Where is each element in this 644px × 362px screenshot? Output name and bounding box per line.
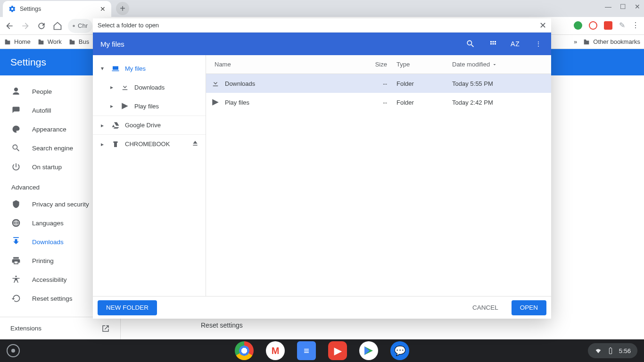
tab-close-icon[interactable]: ✕ [99,5,107,13]
nav-label: Google Drive [125,122,161,129]
chevron-right-icon[interactable]: ▸ [99,122,106,129]
dialog-header: My files AZ ⋮ [93,33,551,55]
shelf-apps: M ≡ ▶ 💬 [235,341,409,360]
list-row-play-files[interactable]: Play files -- Folder Today 2:42 PM [206,93,551,112]
chevron-down-icon[interactable]: ▾ [99,65,106,72]
row-name: Downloads [225,80,347,87]
download-icon [120,83,130,91]
file-list: Name Size Type Date modified Downloads -… [206,55,551,296]
menu-icon[interactable]: ⋮ [632,21,639,30]
clock: 5:56 [619,347,631,354]
open-button[interactable]: OPEN [512,300,546,315]
other-bookmarks[interactable]: Other bookmarks [583,38,640,46]
chrome-app-icon[interactable] [235,341,254,360]
extensions-label: Extensions [10,325,41,332]
play-store-app-icon[interactable] [359,341,378,360]
dialog-breadcrumb[interactable]: My files [100,40,124,48]
docs-app-icon[interactable]: ≡ [297,341,316,360]
file-picker-dialog: Select a folder to open ✕ My files AZ ⋮ … [93,18,551,319]
back-icon[interactable] [4,20,15,32]
other-bookmarks-label: Other bookmarks [593,38,640,45]
nav-downloads[interactable]: ▸ Downloads [93,78,206,97]
column-name[interactable]: Name [206,61,347,68]
chevron-right-icon[interactable]: ▸ [108,84,116,90]
nav-my-files[interactable]: ▾ My files [93,59,206,78]
omnibox[interactable]: Chr [68,19,92,33]
nav-label: My files [125,65,146,72]
more-options-icon[interactable]: ⋮ [533,39,544,49]
new-tab-button[interactable]: + [116,2,129,15]
youtube-app-icon[interactable]: ▶ [328,341,347,360]
home-icon[interactable] [52,20,63,32]
nav-label: Downloads [134,84,165,91]
gmail-app-icon[interactable]: M [266,341,285,360]
window-controls: — ☐ ✕ [605,3,640,10]
row-type: Folder [392,80,447,87]
sidebar-item-label: Search engine [32,145,73,152]
extension-icon-2[interactable] [589,21,597,30]
shelf: M ≡ ▶ 💬 5:56 [0,339,644,362]
nav-chromebook[interactable]: ▸ CHROMEBOOK [93,134,206,153]
view-grid-icon[interactable] [488,39,498,49]
bookmark-label: Home [14,38,31,45]
dialog-title-bar: Select a folder to open ✕ [93,18,551,33]
nav-play-files[interactable]: ▸ Play files [93,97,206,115]
laptop-icon [111,64,120,73]
column-date[interactable]: Date modified [447,61,551,68]
cancel-button[interactable]: CANCEL [464,300,507,315]
column-type[interactable]: Type [392,61,447,68]
extension-icon-3[interactable] [604,21,612,30]
battery-icon [607,347,614,354]
dialog-nav: ▾ My files ▸ Downloads ▸ Play files ▸ Go… [93,55,206,296]
extension-icon-1[interactable] [574,21,582,30]
messages-app-icon[interactable]: 💬 [390,341,409,360]
settings-title: Settings [10,57,46,68]
content-section-heading: Reset settings [201,321,635,329]
bookmarks-overflow-icon[interactable]: » [574,38,577,45]
external-link-icon [101,324,110,333]
forward-icon[interactable] [20,20,31,32]
sidebar-item-label: Reset settings [32,295,73,302]
maximize-icon[interactable]: ☐ [620,3,626,10]
bookmark-label: Work [48,38,62,45]
sidebar-item-label: Accessibility [32,276,67,283]
minimize-icon[interactable]: — [605,3,611,10]
tab-title: Settings [20,6,41,12]
sidebar-item-extensions[interactable]: Extensions [0,317,120,339]
chrome-icon [73,23,75,29]
dialog-footer: NEW FOLDER CANCEL OPEN [93,296,551,319]
nav-label: CHROMEBOOK [125,140,170,148]
play-icon [120,102,130,110]
close-window-icon[interactable]: ✕ [635,3,640,10]
sort-label: AZ [511,40,520,48]
list-header: Name Size Type Date modified [206,55,551,74]
bookmark-home[interactable]: Home [4,38,31,46]
reload-icon[interactable] [36,20,47,32]
sort-indicator-icon [492,62,497,67]
row-name: Play files [225,99,347,106]
column-size[interactable]: Size [347,61,392,68]
new-folder-button[interactable]: NEW FOLDER [98,300,157,315]
sort-button[interactable]: AZ [511,39,521,49]
chevron-right-icon[interactable]: ▸ [99,141,106,148]
nav-google-drive[interactable]: ▸ Google Drive [93,115,206,134]
bookmark-bus[interactable]: Bus [68,38,89,46]
row-size: -- [347,99,392,106]
bookmark-work[interactable]: Work [37,38,62,46]
list-row-downloads[interactable]: Downloads -- Folder Today 5:55 PM [206,74,551,93]
bookmark-label: Bus [79,38,89,45]
chevron-right-icon[interactable]: ▸ [108,103,116,109]
dialog-close-icon[interactable]: ✕ [539,20,546,31]
row-date: Today 5:55 PM [447,80,551,87]
extension-icon-4[interactable]: ✎ [619,21,625,30]
search-icon[interactable] [465,39,476,49]
nav-label: Play files [134,103,159,110]
sidebar-item-label: Privacy and security [32,201,89,208]
browser-tab[interactable]: Settings ✕ [3,1,111,17]
sidebar-item-label: Downloads [32,239,64,246]
tab-strip: Settings ✕ + — ☐ ✕ [0,0,644,17]
launcher-button[interactable] [7,344,20,357]
system-tray[interactable]: 5:56 [588,343,637,358]
row-type: Folder [392,99,447,106]
eject-icon[interactable] [191,140,199,148]
